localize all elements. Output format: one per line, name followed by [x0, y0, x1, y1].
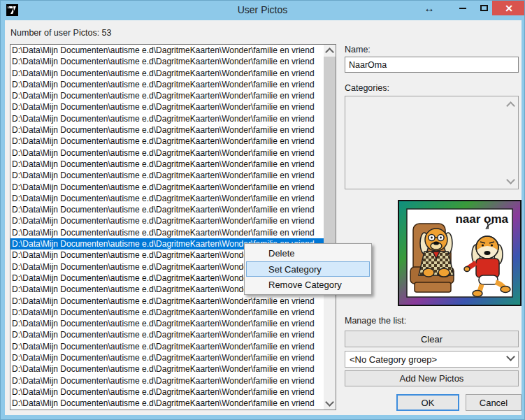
file-path-row[interactable]: D:\Data\Mijn Documenten\autisme e.d\Dagr… [10, 79, 324, 90]
file-path-row[interactable]: D:\Data\Mijn Documenten\autisme e.d\Dagr… [10, 329, 324, 340]
file-path-row[interactable]: D:\Data\Mijn Documenten\autisme e.d\Dagr… [10, 136, 324, 147]
file-path-rows: D:\Data\Mijn Documenten\autisme e.d\Dagr… [10, 45, 324, 410]
scroll-down-button[interactable] [324, 398, 336, 410]
file-path-row[interactable]: D:\Data\Mijn Documenten\autisme e.d\Dagr… [10, 227, 324, 238]
file-path-row[interactable]: D:\Data\Mijn Documenten\autisme e.d\Dagr… [10, 307, 324, 318]
categories-label: Categories: [345, 83, 389, 93]
ok-button[interactable]: OK [396, 394, 459, 411]
maximize-icon [480, 5, 488, 11]
context-menu-item[interactable]: Set Category [246, 261, 370, 277]
double-arrow-icon: ↔ [424, 2, 435, 14]
file-path-row[interactable]: D:\Data\Mijn Documenten\autisme e.d\Dagr… [10, 341, 324, 352]
add-new-pictos-button[interactable]: Add New Pictos [345, 370, 519, 386]
file-path-row[interactable]: D:\Data\Mijn Documenten\autisme e.d\Dagr… [10, 124, 324, 136]
manage-list-label: Manage the list: [345, 316, 406, 326]
vertical-scrollbar[interactable] [324, 45, 336, 410]
user-pictos-window: User Pictos ↔ ✕ Number of user Pictos: 5… [0, 0, 525, 420]
chevron-down-icon [506, 175, 515, 184]
context-menu-item[interactable]: Remove Category [246, 277, 370, 293]
file-path-row[interactable]: D:\Data\Mijn Documenten\autisme e.d\Dagr… [10, 101, 324, 113]
file-path-row[interactable]: D:\Data\Mijn Documenten\autisme e.d\Dagr… [10, 68, 324, 79]
name-input[interactable] [345, 57, 519, 73]
file-path-row[interactable]: D:\Data\Mijn Documenten\autisme e.d\Dagr… [10, 375, 324, 386]
chevron-down-icon [506, 352, 515, 361]
context-menu: DeleteSet CategoryRemove Category [244, 243, 372, 295]
picture-caption-text: naar oma [455, 212, 508, 226]
name-label: Name: [345, 45, 371, 55]
picto-count-label: Number of user Pictos: 53 [10, 28, 112, 38]
file-path-row[interactable]: D:\Data\Mijn Documenten\autisme e.d\Dagr… [10, 352, 324, 363]
file-path-row[interactable]: D:\Data\Mijn Documenten\autisme e.d\Dagr… [10, 296, 324, 307]
window-title: User Pictos [1, 1, 524, 20]
chevron-up-icon [506, 101, 515, 110]
categories-scroll-down[interactable] [505, 176, 515, 186]
scroll-up-button[interactable] [324, 45, 336, 57]
file-path-row[interactable]: D:\Data\Mijn Documenten\autisme e.d\Dagr… [10, 170, 324, 181]
cancel-button[interactable]: Cancel [466, 394, 522, 411]
file-path-row[interactable]: D:\Data\Mijn Documenten\autisme e.d\Dagr… [10, 204, 324, 215]
file-path-row[interactable]: D:\Data\Mijn Documenten\autisme e.d\Dagr… [10, 45, 324, 56]
scrollbar-thumb[interactable] [324, 57, 336, 261]
titlebar: User Pictos ↔ ✕ [1, 1, 524, 20]
file-path-row[interactable]: D:\Data\Mijn Documenten\autisme e.d\Dagr… [10, 159, 324, 170]
category-group-value: <No Category groep> [350, 354, 508, 365]
file-path-row[interactable]: D:\Data\Mijn Documenten\autisme e.d\Dagr… [10, 56, 324, 67]
picto-preview-image: naar oma [398, 200, 522, 306]
context-menu-item[interactable]: Delete [246, 245, 370, 261]
file-path-row[interactable]: D:\Data\Mijn Documenten\autisme e.d\Dagr… [10, 363, 324, 375]
category-group-select[interactable]: <No Category groep> [345, 351, 519, 368]
chevron-down-icon [325, 398, 334, 407]
file-path-row[interactable]: D:\Data\Mijn Documenten\autisme e.d\Dagr… [10, 147, 324, 159]
close-button[interactable]: ✕ [492, 1, 525, 15]
file-path-row[interactable]: D:\Data\Mijn Documenten\autisme e.d\Dagr… [10, 90, 324, 101]
close-icon: ✕ [505, 3, 513, 14]
resize-toggle-button[interactable]: ↔ [419, 1, 440, 15]
file-path-row[interactable]: D:\Data\Mijn Documenten\autisme e.d\Dagr… [10, 215, 324, 226]
categories-scroll-up[interactable] [505, 99, 515, 109]
minimize-icon [459, 8, 466, 9]
file-path-row[interactable]: D:\Data\Mijn Documenten\autisme e.d\Dagr… [10, 193, 324, 204]
file-path-row[interactable]: D:\Data\Mijn Documenten\autisme e.d\Dagr… [10, 398, 324, 409]
file-path-row[interactable]: D:\Data\Mijn Documenten\autisme e.d\Dagr… [10, 386, 324, 398]
file-path-listbox[interactable]: D:\Data\Mijn Documenten\autisme e.d\Dagr… [10, 44, 336, 410]
file-path-row[interactable]: D:\Data\Mijn Documenten\autisme e.d\Dagr… [10, 113, 324, 124]
file-path-row[interactable]: D:\Data\Mijn Documenten\autisme e.d\Dagr… [10, 182, 324, 193]
minimize-button[interactable] [454, 1, 472, 15]
chevron-up-icon [325, 48, 334, 57]
clear-button[interactable]: Clear [345, 331, 519, 347]
maximize-button[interactable] [475, 1, 493, 15]
categories-listbox[interactable] [345, 96, 519, 189]
file-path-row[interactable]: D:\Data\Mijn Documenten\autisme e.d\Dagr… [10, 318, 324, 329]
